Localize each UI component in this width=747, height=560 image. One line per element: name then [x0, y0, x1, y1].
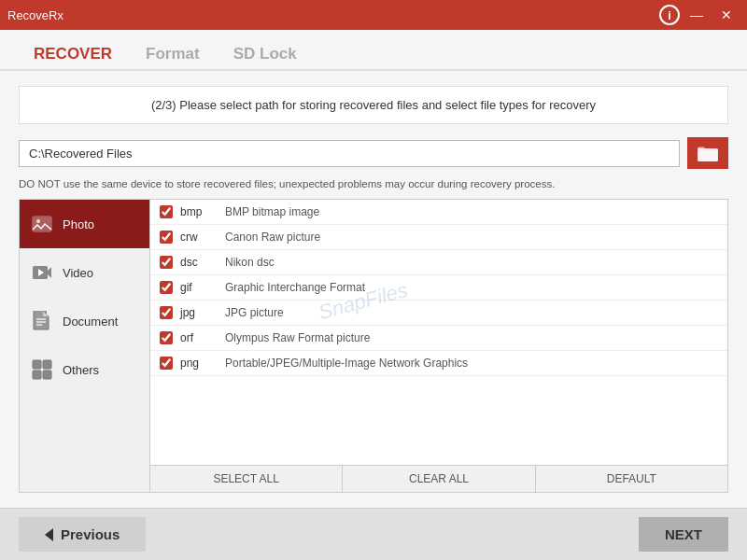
- photo-icon: [29, 211, 55, 237]
- file-desc: Canon Raw picture: [225, 231, 718, 244]
- step-instruction: (2/3) Please select path for storing rec…: [19, 86, 728, 124]
- svg-rect-13: [33, 371, 41, 379]
- svg-rect-1: [698, 150, 717, 161]
- browse-button[interactable]: [687, 137, 728, 169]
- file-ext: jpg: [180, 306, 218, 319]
- nav-tabs: RECOVER Format SD Lock: [0, 30, 747, 71]
- svg-rect-12: [43, 360, 51, 369]
- category-photo[interactable]: Photo: [20, 200, 149, 248]
- table-row: dscNikon dsc: [150, 250, 727, 275]
- file-desc: Olympus Raw Format picture: [225, 331, 718, 344]
- category-video-label: Video: [63, 266, 93, 280]
- close-button[interactable]: ✕: [713, 6, 740, 24]
- file-type-checkbox[interactable]: [160, 231, 173, 244]
- previous-label: Previous: [61, 526, 120, 542]
- title-bar: RecoveRx i — ✕: [0, 0, 747, 30]
- previous-button[interactable]: Previous: [19, 517, 146, 552]
- file-type-checkbox[interactable]: [160, 306, 173, 319]
- file-ext: dsc: [180, 256, 218, 269]
- document-icon: [29, 308, 55, 334]
- table-row: gifGraphic Interchange Format: [150, 275, 727, 301]
- others-icon: [29, 357, 55, 383]
- bottom-bar: Previous NEXT: [0, 508, 747, 560]
- info-button[interactable]: i: [659, 5, 680, 25]
- minimize-button[interactable]: —: [684, 6, 710, 24]
- category-others[interactable]: Others: [20, 345, 149, 394]
- path-row: [19, 137, 728, 169]
- default-button[interactable]: DEFAULT: [536, 466, 727, 492]
- category-video[interactable]: Video: [20, 248, 149, 297]
- file-type-checkbox[interactable]: [160, 205, 173, 218]
- file-type-checkbox[interactable]: [160, 281, 173, 294]
- category-document[interactable]: Document: [20, 297, 149, 345]
- category-sidebar: Photo Video: [20, 200, 150, 492]
- select-all-button[interactable]: SELECT ALL: [150, 466, 343, 492]
- warning-text: DO NOT use the same device to store reco…: [19, 178, 728, 189]
- path-input[interactable]: [19, 140, 680, 167]
- actions-row: SELECT ALL CLEAR ALL DEFAULT: [150, 465, 727, 492]
- table-row: bmpBMP bitmap image: [150, 200, 727, 225]
- file-list-scroll[interactable]: bmpBMP bitmap imagecrwCanon Raw pictured…: [150, 200, 727, 465]
- table-row: orfOlympus Raw Format picture: [150, 326, 727, 351]
- file-ext: bmp: [180, 205, 218, 218]
- file-desc: JPG picture: [225, 306, 718, 319]
- file-ext: orf: [180, 331, 218, 344]
- svg-rect-11: [33, 360, 41, 369]
- video-icon: [29, 259, 55, 286]
- table-row: pngPortable/JPEG/Multiple-Image Network …: [150, 351, 727, 376]
- svg-rect-2: [33, 217, 51, 231]
- clear-all-button[interactable]: CLEAR ALL: [343, 466, 535, 492]
- file-desc: Graphic Interchange Format: [225, 281, 718, 294]
- category-others-label: Others: [63, 363, 99, 377]
- category-photo-label: Photo: [63, 217, 94, 231]
- svg-point-3: [36, 219, 40, 223]
- app-title: RecoveRx: [7, 8, 63, 22]
- table-row: crwCanon Raw picture: [150, 225, 727, 250]
- table-row: jpgJPG picture: [150, 301, 727, 326]
- tab-format[interactable]: Format: [131, 39, 215, 69]
- file-desc: Nikon dsc: [225, 256, 718, 269]
- window-controls: i — ✕: [659, 5, 740, 25]
- filetype-area: Photo Video: [19, 199, 728, 493]
- file-desc: Portable/JPEG/Multiple-Image Network Gra…: [225, 357, 718, 370]
- next-label: NEXT: [665, 526, 702, 542]
- next-button[interactable]: NEXT: [639, 517, 728, 552]
- svg-marker-5: [48, 267, 51, 278]
- tab-sdlock[interactable]: SD Lock: [218, 39, 312, 69]
- file-type-checkbox[interactable]: [160, 331, 173, 344]
- file-type-checkbox[interactable]: [160, 256, 173, 269]
- tab-recover[interactable]: RECOVER: [19, 39, 127, 69]
- main-content: (2/3) Please select path for storing rec…: [0, 71, 747, 508]
- file-ext: gif: [180, 281, 218, 294]
- file-desc: BMP bitmap image: [225, 205, 718, 218]
- file-ext: crw: [180, 231, 218, 244]
- category-document-label: Document: [63, 315, 118, 329]
- file-ext: png: [180, 357, 218, 370]
- arrow-left-icon: [45, 528, 53, 541]
- svg-rect-14: [43, 371, 51, 379]
- file-type-checkbox[interactable]: [160, 357, 173, 370]
- file-list-area: bmpBMP bitmap imagecrwCanon Raw pictured…: [150, 200, 727, 492]
